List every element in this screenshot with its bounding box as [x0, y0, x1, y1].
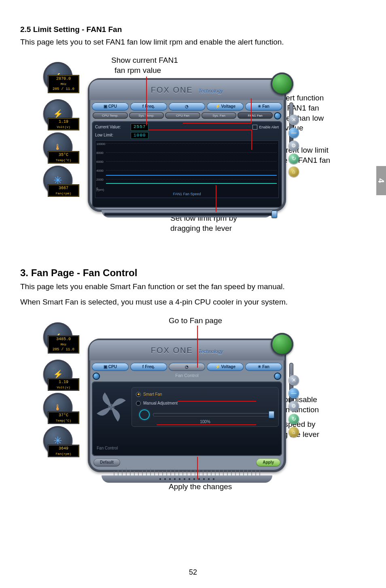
- section-2-p2: When Smart Fan is selected, you must use…: [20, 297, 366, 308]
- tab-fan[interactable]: ✳Fan: [245, 363, 282, 371]
- ytick: 8000: [96, 151, 104, 155]
- default-button[interactable]: Default: [93, 458, 120, 467]
- brand-logo: FOX ONE Technology: [151, 84, 223, 96]
- dial-freq-extra: 205 / 11.0: [53, 87, 74, 91]
- chapter-number: 4: [375, 178, 386, 183]
- config-orb[interactable]: ⚙: [288, 401, 299, 411]
- current-value-label: Current Value:: [95, 124, 127, 130]
- tab-limit[interactable]: ◔: [169, 363, 206, 371]
- config-orb[interactable]: ⚙: [288, 141, 299, 151]
- globe-icon[interactable]: [271, 333, 293, 356]
- dial-volt-unit: Volt(v): [49, 125, 78, 129]
- fan-corner-label: Fan Control: [97, 445, 118, 451]
- brand-text: FOX ONE: [151, 346, 193, 355]
- slider-knob[interactable]: [269, 411, 274, 418]
- gauge-icon: ◔: [185, 364, 189, 370]
- minimize-icon: —: [291, 129, 297, 136]
- smart-fan-option[interactable]: Smart Fan: [136, 392, 274, 397]
- dial-temp[interactable]: 🌡 37°C Temp(°C): [43, 393, 76, 422]
- subtab-cpu-fan[interactable]: CPU Fan: [165, 112, 200, 119]
- dial-temp-value: 35°C: [59, 153, 68, 157]
- fan-icon: ✳: [258, 104, 261, 109]
- tab-fan-label: Fan: [262, 364, 269, 370]
- lowlimit-line: [106, 183, 277, 184]
- chart-xlabel: FAN1 Fan Speed: [95, 192, 278, 197]
- dial-freq-unit: MHz: [49, 82, 78, 86]
- tab-cpu[interactable]: ▣CPU: [92, 102, 129, 111]
- device-panel-fan: f 3485.0 MHz 205 / 11.0 ⚡ 1.19 Volt(v) �: [88, 339, 286, 472]
- gridline: [106, 179, 277, 179]
- caption-goto-fan: Go to Fan page: [169, 316, 222, 326]
- tab-voltage[interactable]: ⚡Voltage: [207, 363, 244, 371]
- checkbox-icon[interactable]: [252, 125, 257, 130]
- dial-freq[interactable]: f 2870.0 MHz 205 / 11.0: [43, 62, 76, 91]
- ytick: 6000: [96, 160, 104, 164]
- dial-temp-unit: Temp(°C): [49, 158, 78, 162]
- tab-voltage[interactable]: ⚡Voltage: [207, 102, 244, 111]
- info-orb[interactable]: [274, 112, 281, 119]
- leader-line: [157, 424, 256, 425]
- fan-control-title: Fan Control: [101, 373, 273, 380]
- dial-fan[interactable]: ✳ 3649 Fan(rpm): [43, 426, 76, 455]
- slider-knob[interactable]: [271, 211, 277, 218]
- tab-cpu-label: CPU: [108, 104, 117, 109]
- subtab-fan1[interactable]: FAN1 Fan: [238, 112, 273, 119]
- sub-tab-row: CPU Temp. Sys. Temp. CPU Fan Sys. Fan FA…: [93, 112, 281, 119]
- tab-freq[interactable]: fFreq.: [130, 102, 167, 111]
- dial-temp[interactable]: 🌡 35°C Temp(°C): [43, 132, 76, 162]
- tab-cpu[interactable]: ▣CPU: [92, 363, 129, 371]
- bolt-icon: ⚡: [53, 108, 63, 119]
- brand-text: FOX ONE: [151, 85, 193, 94]
- dial-volt-value: 1.19: [59, 380, 68, 384]
- fan-speed-slider[interactable]: [153, 413, 274, 416]
- dial-volt[interactable]: ⚡ 1.19 Volt(v): [43, 360, 76, 389]
- orb-rail: ✕ — ⚙ ↻ ⌂: [287, 375, 301, 437]
- apply-button[interactable]: Apply: [256, 458, 280, 467]
- minimize-orb[interactable]: —: [288, 128, 299, 138]
- info-orb-left[interactable]: [93, 373, 100, 380]
- current-line: [106, 175, 277, 176]
- tab-fan-label: Fan: [262, 104, 269, 109]
- bolt-icon: ⚡: [215, 104, 220, 109]
- leader-line: [197, 326, 198, 368]
- radio-icon[interactable]: [136, 401, 141, 406]
- minimize-orb[interactable]: —: [288, 388, 299, 398]
- smart-fan-label: Smart Fan: [143, 392, 162, 397]
- subtab-cpu-temp[interactable]: CPU Temp.: [93, 112, 128, 119]
- page-number: 52: [0, 567, 386, 577]
- enable-alert[interactable]: Enable Alert: [252, 125, 279, 130]
- orb-rail: ✕ — ⚙ ↻ ⌂: [287, 115, 301, 177]
- globe-icon[interactable]: [271, 72, 293, 95]
- dial-volt[interactable]: ⚡ 1.19 Volt(v): [43, 99, 76, 128]
- fan-options-box: Smart Fan Manual Adjustment: [131, 387, 279, 427]
- dial-freq-unit: MHz: [49, 342, 78, 347]
- leader-line: [183, 123, 252, 124]
- home-icon: ⌂: [292, 168, 295, 175]
- enable-alert-label: Enable Alert: [259, 125, 279, 130]
- refresh-orb[interactable]: ↻: [288, 153, 299, 164]
- home-orb[interactable]: ⌂: [288, 427, 299, 437]
- tab-voltage-label: Voltage: [221, 104, 235, 109]
- gauge-icon: ◔: [185, 104, 189, 109]
- tab-voltage-label: Voltage: [221, 364, 235, 370]
- close-orb[interactable]: ✕: [288, 375, 299, 386]
- low-limit-slider[interactable]: [104, 213, 277, 216]
- home-orb[interactable]: ⌂: [288, 166, 299, 177]
- tab-freq-label: Freq.: [145, 364, 155, 370]
- chapter-side-tab: 4: [376, 166, 386, 195]
- close-orb[interactable]: ✕: [288, 115, 299, 125]
- tab-limit[interactable]: ◔: [169, 102, 206, 111]
- dial-freq[interactable]: f 3485.0 MHz 205 / 11.0: [43, 322, 76, 352]
- fan-title-row: Fan Control: [93, 373, 281, 380]
- gear-icon: ⚙: [291, 403, 296, 410]
- dial-fan[interactable]: ✳ 3667 Fan(rpm): [43, 166, 76, 195]
- tab-freq[interactable]: fFreq.: [130, 363, 167, 371]
- refresh-orb[interactable]: ↻: [288, 414, 299, 424]
- info-orb-right[interactable]: [274, 373, 281, 380]
- radio-selected-icon[interactable]: [136, 392, 141, 397]
- refresh-icon: ↻: [292, 415, 296, 423]
- brand-sub: Technology: [198, 88, 223, 94]
- subtab-sys-fan[interactable]: Sys. Fan: [201, 112, 237, 119]
- home-icon: ⌂: [292, 428, 295, 436]
- button-row: Default Apply: [93, 458, 280, 467]
